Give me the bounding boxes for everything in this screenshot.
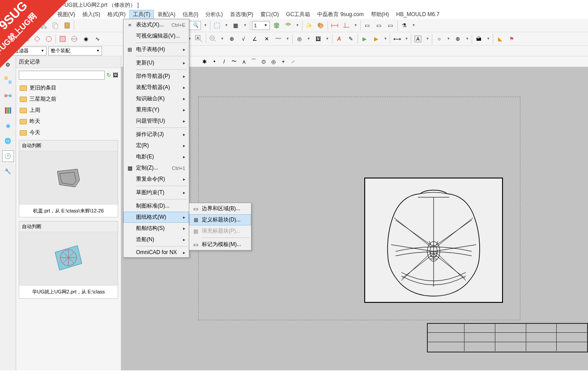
menu-hb-mould[interactable]: HB_MOULD M6.7 — [392, 10, 443, 18]
fit-view-icon[interactable] — [212, 21, 222, 30]
dimension-icon[interactable] — [341, 21, 351, 30]
menu-macro[interactable]: 宏(R)▸ — [124, 140, 189, 151]
play-icon[interactable]: ▶ — [360, 34, 370, 44]
menu-shipbuild[interactable]: 造船(N)▸ — [124, 234, 189, 245]
image-icon[interactable]: 🖼 — [313, 34, 323, 44]
menu-omnicad[interactable]: OmniCAD for NX▸ — [124, 247, 189, 257]
globe-icon[interactable]: 🌐 — [2, 135, 14, 147]
menu-spreadsheet[interactable]: ⊞电子表格(H)▸ — [124, 44, 189, 55]
books-icon[interactable] — [2, 105, 14, 116]
arc-icon[interactable]: ⌒ — [249, 57, 258, 66]
menu-info[interactable]: 信息(I) — [179, 10, 202, 19]
folder-yesterday[interactable]: 昨天 — [19, 116, 118, 127]
assembly-nav-icon[interactable] — [2, 74, 14, 86]
triangle-icon[interactable]: ◣ — [495, 34, 505, 44]
surface-icon[interactable]: √ — [239, 34, 248, 44]
menu-problem[interactable]: 问题管理(U)▸ — [124, 115, 189, 127]
delete-icon[interactable]: ✕ — [2, 34, 12, 44]
filter-selector-dropdown[interactable]: 选择过滤器▼ — [2, 47, 47, 55]
dropdown-arrow-icon[interactable]: ▼ — [404, 37, 409, 41]
menu-help[interactable]: 帮助(H) — [367, 10, 393, 19]
menu-viz-editor[interactable]: 可视化编辑器(V)... — [124, 30, 189, 42]
menu-oprec[interactable]: 操作记录(J)▸ — [124, 129, 189, 140]
angle-icon[interactable]: ∠ — [250, 34, 260, 44]
thumbnail-1[interactable]: 自动判断 机盖.prt，从 E:\class\来辉\12-26 — [19, 140, 118, 217]
target-icon[interactable]: ◎ — [294, 34, 304, 44]
dropdown-arrow-icon[interactable]: ▼ — [203, 23, 208, 27]
folder-lastweek[interactable]: 上周 — [19, 105, 118, 116]
menu-asm-nav[interactable]: 装配导航器(A)▸ — [124, 82, 189, 93]
view-icon[interactable]: ▦ — [231, 21, 241, 30]
dimension-icon[interactable] — [330, 21, 340, 30]
play-orange-icon[interactable]: ▶ — [371, 34, 381, 44]
menu-gc-toolbox[interactable]: GC工具箱 — [282, 10, 314, 19]
menu-format[interactable]: 格式(R) — [104, 10, 129, 19]
circle-icon[interactable] — [44, 34, 54, 44]
submenu-mark-template[interactable]: ▭标记为模板(M)... — [189, 239, 251, 250]
menu-zhonglei[interactable]: 中磊教育 9sug.com — [314, 10, 367, 19]
layers-icon[interactable] — [283, 21, 293, 30]
dropdown-arrow-icon[interactable]: ▼ — [353, 23, 358, 27]
gear-icon[interactable]: ⚙ — [2, 59, 14, 71]
annotation-icon[interactable]: A — [194, 34, 204, 44]
spiral-icon[interactable]: ◉ — [81, 34, 91, 44]
menu-window[interactable]: 窗口(O) — [257, 10, 282, 19]
drawing-view-frame[interactable] — [364, 178, 503, 303]
dropdown-arrow-icon[interactable]: ▼ — [243, 23, 248, 27]
refresh-icon[interactable]: ↻ — [107, 72, 111, 78]
menu-insert[interactable]: 插入(S) — [79, 10, 104, 19]
circle-tool-icon[interactable]: ○ — [434, 34, 444, 44]
snap-icon[interactable]: ✱ — [200, 57, 209, 66]
flask-icon[interactable]: ⚗ — [400, 21, 409, 30]
sheet-icon[interactable]: ▭ — [386, 21, 396, 30]
menu-drawing-format[interactable]: 图纸格式(W)▸ — [124, 212, 189, 223]
menu-update[interactable]: 更新(U)▸ — [124, 57, 189, 68]
layers-icon[interactable] — [272, 21, 281, 30]
tool-icon[interactable]: 🔧 — [2, 166, 14, 177]
menu-ship[interactable]: 船舶结构(S)▸ — [124, 223, 189, 234]
history-clock-icon[interactable]: 🕐 — [2, 150, 14, 162]
dropdown-arrow-icon[interactable]: ▼ — [464, 37, 470, 41]
edge-icon[interactable]: ⟋ — [289, 57, 298, 66]
diamond-icon[interactable] — [32, 34, 42, 44]
menu-analysis[interactable]: 分析(L) — [202, 10, 226, 19]
dim-edit-icon[interactable]: ⟷ — [392, 34, 402, 44]
thumbnail-2[interactable]: 自动判断 学UG就上UG网2.prt，从 E:\class — [19, 221, 118, 298]
menu-knowledge[interactable]: 知识融合(K)▸ — [124, 93, 189, 104]
folder-older[interactable]: 更旧的条目 — [19, 82, 118, 93]
hatch-icon[interactable] — [58, 34, 68, 44]
cut-icon[interactable] — [39, 21, 49, 30]
dropdown-arrow-icon[interactable]: ▼ — [306, 37, 311, 41]
menu-preferences[interactable]: 首选项(P) — [226, 10, 257, 19]
target-icon[interactable]: ◎ — [269, 57, 278, 66]
curve-icon[interactable]: 〜 — [230, 57, 239, 66]
construction-icon[interactable] — [21, 34, 30, 44]
submenu-borders[interactable]: ▭边界和区域(B)... — [189, 203, 251, 214]
menu-expression[interactable]: =表达式(X)...Ctrl+E — [124, 19, 189, 30]
scale-input[interactable]: 1▼ — [252, 21, 270, 30]
dropdown-arrow-icon[interactable]: ▼ — [411, 23, 417, 27]
flag-icon[interactable]: ⚑ — [507, 34, 516, 44]
dropdown-arrow-icon[interactable]: ▼ — [220, 37, 225, 41]
cross-icon[interactable]: ✕ — [262, 34, 272, 44]
dropdown-arrow-icon[interactable]: ▼ — [425, 37, 430, 41]
menu-sketch[interactable]: 草图约束(T)▸ — [124, 187, 189, 198]
dropdown-arrow-icon[interactable]: ▼ — [224, 23, 229, 27]
edit-a-icon[interactable]: ✎ — [346, 34, 356, 44]
menu-view[interactable]: 视图(V) — [54, 10, 79, 19]
folder-3weeks[interactable]: 三星期之前 — [19, 93, 118, 105]
dropdown-arrow-icon[interactable]: ▼ — [486, 37, 491, 41]
history-search-input[interactable] — [19, 71, 105, 80]
dropdown-arrow-icon[interactable]: ▼ — [325, 37, 330, 41]
paste-icon[interactable] — [62, 21, 72, 30]
axis-icon[interactable]: ⋏ — [239, 57, 248, 66]
dropdown-arrow-icon[interactable]: ▼ — [295, 23, 300, 27]
menu-tools[interactable]: 工具(T) — [129, 10, 154, 19]
text-a-icon[interactable]: A — [413, 34, 423, 44]
menu-part-nav[interactable]: 部件导航器(P)▸ — [124, 71, 189, 82]
new-file-icon[interactable] — [2, 21, 12, 30]
zoom-out-icon[interactable] — [208, 34, 218, 44]
crosshair-icon[interactable]: ⊕ — [453, 34, 463, 44]
line-icon[interactable]: / — [220, 57, 229, 66]
dropdown-arrow-icon[interactable]: ▼ — [13, 37, 19, 41]
